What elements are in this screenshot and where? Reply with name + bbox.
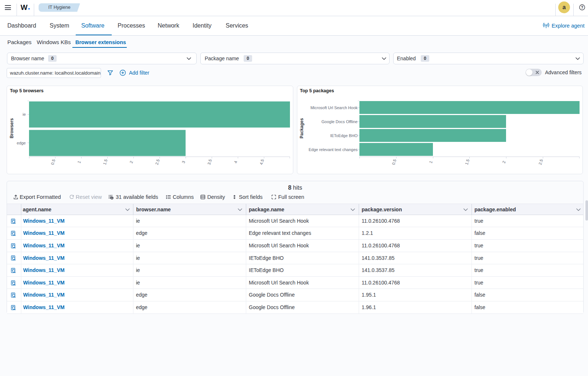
svg-text:Edge relevant text changes: Edge relevant text changes: [309, 147, 358, 152]
svg-text:3: 3: [181, 160, 186, 164]
svg-text:0.5: 0.5: [391, 159, 397, 165]
svg-text:ie: ie: [22, 112, 26, 117]
svg-text:IEToEdge BHO: IEToEdge BHO: [330, 133, 358, 138]
svg-text:Microsoft Url Search Hook: Microsoft Url Search Hook: [311, 105, 358, 110]
svg-text:4: 4: [233, 160, 238, 164]
svg-text:1.5: 1.5: [464, 159, 470, 165]
svg-text:1.5: 1.5: [102, 159, 108, 165]
svg-text:4.5: 4.5: [259, 159, 265, 165]
svg-text:2.5: 2.5: [154, 159, 160, 165]
svg-text:2: 2: [502, 160, 506, 164]
svg-text:0.5: 0.5: [50, 159, 56, 165]
svg-text:?: ?: [581, 5, 583, 10]
svg-text:2.5: 2.5: [538, 159, 544, 165]
svg-text:1: 1: [429, 160, 433, 164]
svg-text:1: 1: [77, 160, 82, 164]
svg-text:3.5: 3.5: [207, 159, 212, 165]
svg-text:Google Docs Offline: Google Docs Offline: [322, 119, 358, 124]
svg-text:edge: edge: [17, 141, 26, 145]
svg-text:2: 2: [129, 160, 134, 164]
